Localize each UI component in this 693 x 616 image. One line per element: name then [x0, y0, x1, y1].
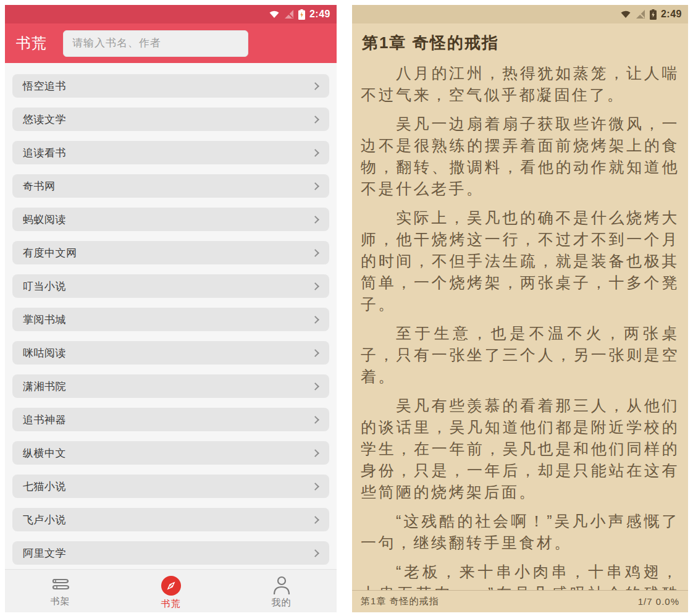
reader-page[interactable]: 第1章 奇怪的戒指 八月的江州，热得犹如蒸笼，让人喘不过气来，空气似乎都凝固住了…	[352, 23, 688, 590]
person-icon	[271, 575, 292, 595]
status-time: 2:49	[309, 9, 330, 20]
app-header: 书荒	[5, 23, 337, 63]
chapter-paragraph: 实际上，吴凡也的确不是什么烧烤大师，他干烧烤这一行，不过才不到一个月的时间，不但…	[361, 207, 679, 315]
nav-tab-book-discovery[interactable]: 书荒	[116, 570, 226, 612]
chevron-right-icon	[311, 82, 319, 90]
book-source-label: 追读看书	[23, 146, 66, 160]
book-source-label: 追书神器	[23, 413, 66, 427]
book-source-item[interactable]: 叮当小说	[12, 274, 329, 298]
nav-label: 书架	[51, 596, 70, 607]
book-source-label: 咪咕阅读	[23, 346, 66, 360]
nav-label: 书荒	[161, 598, 181, 610]
book-source-label: 蚂蚁阅读	[23, 213, 66, 227]
status-bar: 2:49	[352, 5, 688, 23]
nav-tab-profile[interactable]: 我的	[226, 570, 337, 612]
book-source-list: 悟空追书 悠读文学 追读看书 奇书网 蚂蚁阅读	[5, 63, 337, 565]
book-source-item[interactable]: 潇湘书院	[12, 374, 329, 398]
chapter-paragraph: 吴凡一边扇着扇子获取些许微风，一边不是很熟练的摆弄着面前烧烤架上的食物，翻转、撒…	[361, 113, 679, 200]
search-input[interactable]	[63, 30, 248, 57]
chapter-paragraph: “这残酷的社会啊！”吴凡小声感慨了一句，继续翻转手里食材。	[361, 510, 679, 554]
cell-signal-off-icon	[284, 10, 294, 19]
book-source-item[interactable]: 咪咕阅读	[12, 341, 329, 365]
book-source-label: 叮当小说	[23, 279, 66, 293]
wifi-icon	[269, 10, 280, 19]
chapter-text: 八月的江州，热得犹如蒸笼，让人喘不过气来，空气似乎都凝固住了。吴凡一边扇着扇子获…	[361, 62, 679, 590]
bookshelf-icon	[49, 575, 72, 594]
chevron-right-icon	[311, 116, 319, 124]
compass-icon	[161, 575, 182, 596]
footer-chapter-name: 第1章 奇怪的戒指	[361, 596, 439, 607]
bottom-navigation: 书架 书荒 我的	[5, 569, 337, 612]
book-source-label: 七猫小说	[23, 479, 66, 494]
chevron-right-icon	[311, 282, 319, 290]
book-source-label: 潇湘书院	[23, 379, 66, 394]
status-time: 2:49	[661, 9, 682, 20]
book-source-label: 有度中文网	[23, 246, 77, 260]
book-source-label: 悟空追书	[23, 79, 66, 93]
chapter-paragraph: 八月的江州，热得犹如蒸笼，让人喘不过气来，空气似乎都凝固住了。	[361, 62, 679, 106]
chevron-right-icon	[311, 349, 319, 357]
chevron-right-icon	[311, 182, 319, 190]
reader-footer: 第1章 奇怪的戒指 1/7 0.0%	[352, 590, 688, 612]
app-title: 书荒	[16, 33, 47, 53]
book-source-item[interactable]: 七猫小说	[12, 475, 329, 498]
book-source-label: 奇书网	[23, 179, 56, 193]
chevron-right-icon	[311, 216, 319, 224]
chevron-right-icon	[311, 416, 319, 424]
chevron-right-icon	[311, 516, 319, 524]
chapter-paragraph: 吴凡有些羡慕的看着那三人，从他们的谈话里，吴凡知道他们都是附近学校的学生，在一年…	[361, 395, 679, 503]
book-source-item[interactable]: 悟空追书	[12, 74, 329, 98]
book-source-item[interactable]: 掌阅书城	[12, 308, 329, 331]
nav-label: 我的	[272, 597, 292, 609]
book-source-item[interactable]: 追读看书	[12, 141, 329, 164]
chevron-right-icon	[311, 149, 319, 157]
book-source-app-screen: 2:49 书荒 悟空追书 悠读文学 追读看书 奇书网	[5, 5, 337, 612]
book-source-item[interactable]: 奇书网	[12, 174, 329, 198]
book-source-item[interactable]: 悠读文学	[12, 108, 329, 131]
chapter-paragraph: 至于生意，也是不温不火，两张桌子，只有一张坐了三个人，另一张则是空着。	[361, 323, 679, 387]
chevron-right-icon	[311, 316, 319, 324]
chapter-paragraph: “老板，来十串小肉串，十串鸡翅，十串五花肉……”在吴凡感叹社会的残酷的时候，一道…	[361, 561, 679, 590]
chevron-right-icon	[311, 483, 319, 491]
wifi-icon	[620, 10, 631, 19]
book-source-item[interactable]: 有度中文网	[12, 241, 329, 264]
chapter-title: 第1章 奇怪的戒指	[362, 32, 679, 54]
book-source-item[interactable]: 蚂蚁阅读	[12, 208, 329, 231]
book-source-item[interactable]: 追书神器	[12, 408, 329, 431]
book-source-label: 悠读文学	[23, 112, 66, 127]
nav-tab-bookshelf[interactable]: 书架	[5, 570, 116, 612]
cell-signal-off-icon	[636, 10, 645, 19]
book-source-item[interactable]: 飞卢小说	[12, 508, 329, 531]
book-source-label: 飞卢小说	[23, 513, 66, 527]
battery-charging-icon	[298, 9, 305, 20]
reader-app-screen[interactable]: 2:49 第1章 奇怪的戒指 八月的江州，热得犹如蒸笼，让人喘不过气来，空气似乎…	[352, 5, 688, 612]
book-source-label: 纵横中文	[23, 446, 66, 460]
book-source-item[interactable]: 纵横中文	[12, 441, 329, 465]
book-source-label: 掌阅书城	[23, 313, 66, 327]
screenshot-stage: 2:49 书荒 悟空追书 悠读文学 追读看书 奇书网	[0, 0, 693, 616]
chevron-right-icon	[311, 249, 319, 257]
chevron-right-icon	[311, 549, 319, 557]
book-source-item[interactable]: 阿里文学	[12, 541, 329, 565]
status-bar: 2:49	[5, 5, 337, 23]
chevron-right-icon	[311, 382, 319, 390]
battery-charging-icon	[650, 9, 657, 20]
chevron-right-icon	[311, 449, 319, 457]
footer-progress: 1/7 0.0%	[638, 596, 679, 607]
book-source-label: 阿里文学	[23, 546, 66, 560]
